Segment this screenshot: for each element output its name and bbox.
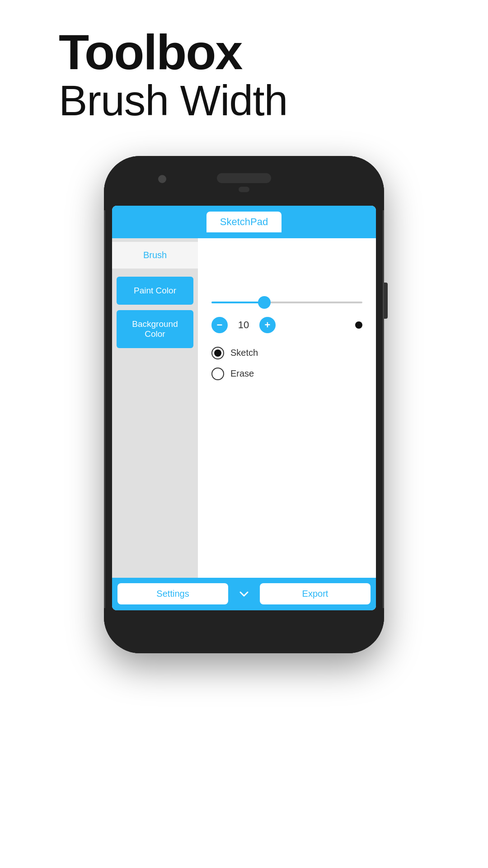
settings-button[interactable]: Settings <box>117 583 228 604</box>
export-button[interactable]: Export <box>260 583 371 604</box>
app-body: Brush Paint Color BackgroundColor <box>112 238 376 578</box>
increase-button[interactable]: + <box>259 317 276 333</box>
phone-top-bezel <box>104 156 384 210</box>
brush-width-value: 10 <box>237 319 250 331</box>
page-title-main: Toolbox <box>59 27 488 77</box>
erase-radio-outer <box>211 368 224 380</box>
sketch-radio-item[interactable]: Sketch <box>211 347 362 359</box>
sketch-radio-inner <box>214 349 221 357</box>
chevron-down-icon <box>238 588 250 600</box>
brush-width-controls: − 10 + <box>207 317 367 333</box>
phone-side-button <box>384 283 388 319</box>
phone-screen: SketchPad Brush Paint Color BackgroundCo… <box>112 206 376 610</box>
chevron-down-button[interactable] <box>233 583 255 605</box>
slider-thumb[interactable] <box>258 296 271 309</box>
paint-color-button[interactable]: Paint Color <box>117 277 193 305</box>
phone-speaker <box>217 173 271 183</box>
app-tab-sketchpad[interactable]: SketchPad <box>206 212 282 232</box>
background-color-button[interactable]: BackgroundColor <box>117 310 193 348</box>
sketch-radio-outer <box>211 347 224 359</box>
app-main: − 10 + Sketch <box>198 238 376 578</box>
app-header: SketchPad <box>112 206 376 238</box>
brush-width-slider-section <box>207 302 367 303</box>
phone-bottom-bezel <box>104 608 384 653</box>
erase-radio-item[interactable]: Erase <box>211 368 362 380</box>
phone-frame: SketchPad Brush Paint Color BackgroundCo… <box>104 156 384 653</box>
phone-camera-icon <box>158 175 166 183</box>
sketch-radio-label: Sketch <box>230 348 258 358</box>
app-sidebar: Brush Paint Color BackgroundColor <box>112 238 198 578</box>
slider-track[interactable] <box>211 302 362 303</box>
slider-fill <box>211 302 264 303</box>
mode-radio-section: Sketch Erase <box>207 347 367 380</box>
erase-radio-label: Erase <box>230 368 254 379</box>
app-bottom-bar: Settings Export <box>112 578 376 610</box>
sidebar-brush-tab[interactable]: Brush <box>112 242 198 269</box>
brush-preview-dot <box>355 321 362 329</box>
decrease-button[interactable]: − <box>211 317 228 333</box>
page-title-sub: Brush Width <box>59 77 488 124</box>
phone-sensor <box>239 187 249 192</box>
